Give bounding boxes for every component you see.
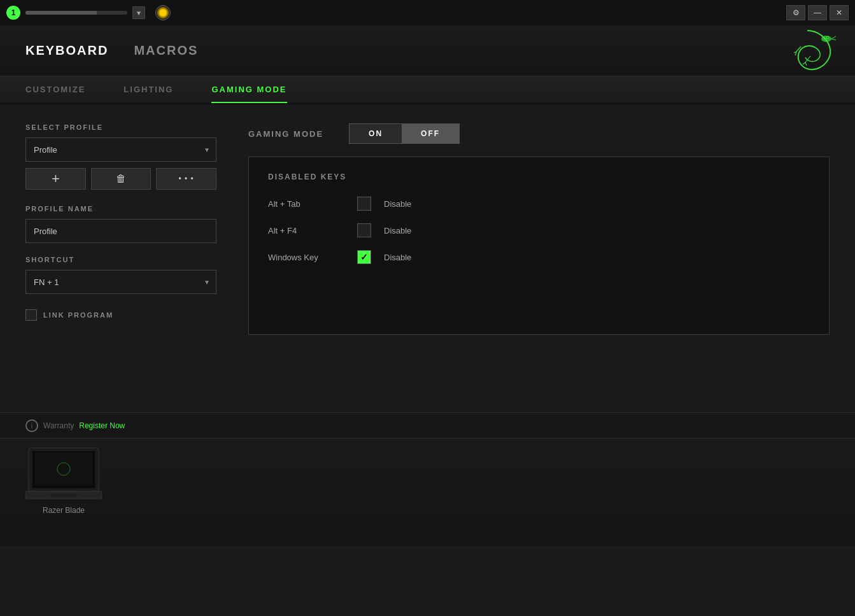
disabled-keys-box: DISABLED KEYS Alt + Tab Disable Alt + F4… — [248, 157, 830, 335]
profile-select[interactable]: Profile — [25, 137, 216, 162]
sub-nav-lighting[interactable]: LIGHTING — [124, 77, 173, 103]
brightness-icon[interactable] — [155, 5, 171, 20]
warranty-bar: i Warranty Register Now — [0, 412, 855, 438]
device-image — [22, 445, 105, 502]
nav-keyboard[interactable]: KEYBOARD — [25, 43, 108, 58]
app-header: KEYBOARD MACROS — [0, 25, 855, 76]
profile-dropdown-wrapper: Profile ▼ — [25, 137, 216, 162]
key-name-alt-tab: Alt + Tab — [268, 199, 344, 209]
register-now-link[interactable]: Register Now — [79, 421, 125, 430]
footer-area: Razer Blade — [0, 438, 855, 546]
shortcut-label: SHORTCUT — [25, 256, 216, 263]
warranty-icon: i — [25, 419, 38, 432]
logo-area — [779, 27, 836, 74]
gaming-mode-header: GAMING MODE ON OFF — [248, 123, 830, 144]
device-name: Razer Blade — [43, 506, 85, 515]
sub-nav-gaming-mode[interactable]: GAMING MODE — [211, 77, 286, 103]
profile-indicator: 1 ▼ — [6, 5, 786, 20]
device-card: Razer Blade — [13, 438, 115, 515]
profile-name-section: PROFILE NAME — [25, 205, 216, 243]
select-profile-label: SELECT PROFILE — [25, 123, 216, 131]
key-disable-label-alt-f4: Disable — [384, 226, 411, 235]
main-nav: KEYBOARD MACROS — [25, 43, 198, 58]
shortcut-dropdown-wrapper: FN + 1 FN + 2 FN + 3 ▼ — [25, 270, 216, 294]
key-disable-label-windows: Disable — [384, 253, 411, 262]
nav-macros[interactable]: MACROS — [134, 43, 198, 58]
profile-number: 1 — [6, 6, 20, 20]
sub-nav: CUSTOMIZE LIGHTING GAMING MODE — [0, 76, 855, 104]
key-name-windows: Windows Key — [268, 253, 344, 262]
key-checkbox-alt-f4[interactable] — [357, 223, 371, 237]
svg-point-1 — [827, 36, 829, 38]
gaming-mode-label: GAMING MODE — [248, 129, 323, 139]
profile-dropdown-btn[interactable]: ▼ — [132, 6, 145, 19]
profile-name-label: PROFILE NAME — [25, 205, 216, 213]
delete-profile-button[interactable]: 🗑 — [91, 168, 152, 190]
minimize-button[interactable]: — — [808, 5, 827, 20]
warranty-text: Warranty — [43, 421, 74, 430]
more-options-button[interactable]: • • • — [156, 168, 216, 190]
close-button[interactable]: ✕ — [830, 5, 849, 20]
disabled-keys-title: DISABLED KEYS — [268, 172, 810, 181]
link-program-checkbox[interactable] — [25, 309, 37, 321]
add-profile-button[interactable]: + — [25, 168, 86, 190]
window-controls: ⚙ — ✕ — [786, 5, 849, 20]
key-checkbox-windows[interactable] — [357, 250, 371, 264]
gaming-mode-toggle: ON OFF — [349, 123, 460, 144]
profile-actions: + 🗑 • • • — [25, 168, 216, 190]
progress-fill — [25, 11, 97, 15]
svg-rect-7 — [51, 493, 76, 498]
key-name-alt-f4: Alt + F4 — [268, 226, 344, 235]
link-program-label: LINK PROGRAM — [43, 311, 113, 319]
settings-button[interactable]: ⚙ — [786, 5, 805, 20]
key-disable-label-alt-tab: Disable — [384, 199, 411, 209]
toggle-off-button[interactable]: OFF — [402, 124, 459, 143]
shortcut-section: SHORTCUT FN + 1 FN + 2 FN + 3 ▼ — [25, 256, 216, 294]
svg-point-0 — [821, 36, 831, 42]
sub-nav-customize[interactable]: CUSTOMIZE — [25, 77, 85, 103]
toggle-on-button[interactable]: ON — [350, 124, 402, 143]
key-row-alt-f4: Alt + F4 Disable — [268, 223, 810, 237]
key-checkbox-alt-tab[interactable] — [357, 197, 371, 211]
razer-logo-icon — [779, 27, 836, 72]
titlebar: 1 ▼ ⚙ — ✕ — [0, 0, 855, 25]
key-row-windows: Windows Key Disable — [268, 250, 810, 264]
svg-rect-4 — [35, 452, 92, 486]
key-row-alt-tab: Alt + Tab Disable — [268, 197, 810, 211]
progress-bar — [25, 11, 127, 15]
shortcut-select[interactable]: FN + 1 FN + 2 FN + 3 — [25, 270, 216, 294]
link-program-section: LINK PROGRAM — [25, 309, 216, 321]
device-laptop-icon — [22, 445, 105, 502]
profile-name-input[interactable] — [25, 219, 216, 243]
